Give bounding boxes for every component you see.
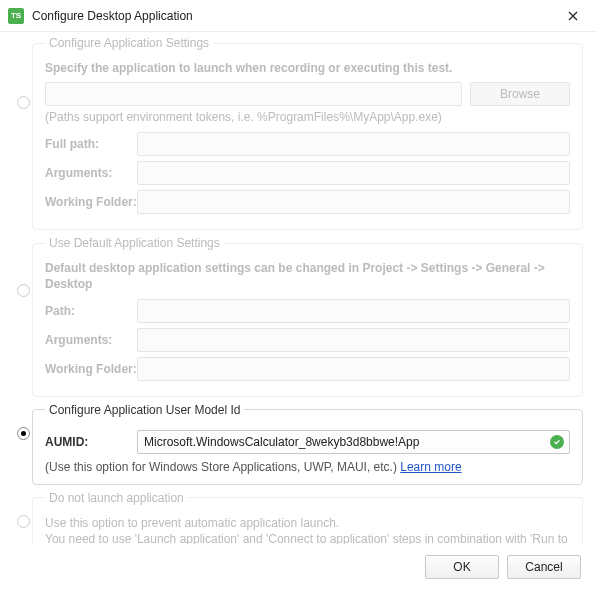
radio-use-default-settings[interactable] [17, 284, 30, 297]
radio-configure-app-settings[interactable] [17, 96, 30, 109]
workingfolder-input[interactable] [137, 190, 570, 214]
cancel-button[interactable]: Cancel [507, 555, 581, 579]
learn-more-link[interactable]: Learn more [400, 460, 461, 474]
ok-button[interactable]: OK [425, 555, 499, 579]
titlebar: TS Configure Desktop Application [0, 0, 597, 32]
option-configure-app-settings: Configure Application Settings Specify t… [14, 36, 583, 230]
default-wf-label: Working Folder: [45, 362, 137, 376]
aumid-label: AUMID: [45, 435, 137, 449]
fullpath-label: Full path: [45, 137, 137, 151]
desc-default: Default desktop application settings can… [45, 260, 570, 292]
browse-button[interactable]: Browse [470, 82, 570, 106]
legend-configure-app: Configure Application Settings [45, 36, 213, 50]
default-args-input[interactable] [137, 328, 570, 352]
default-path-input[interactable] [137, 299, 570, 323]
radio-do-not-launch[interactable] [17, 515, 30, 528]
legend-nolaunch: Do not launch application [45, 491, 188, 505]
option-use-default-settings: Use Default Application Settings Default… [14, 236, 583, 396]
path-tokens-note: (Paths support environment tokens, i.e. … [45, 110, 570, 124]
aumid-hint-text: (Use this option for Windows Store Appli… [45, 460, 400, 474]
fullpath-input[interactable] [137, 132, 570, 156]
group-use-default-settings: Use Default Application Settings Default… [32, 236, 583, 396]
footer: OK Cancel [0, 544, 597, 590]
legend-aumid: Configure Application User Model Id [45, 403, 244, 417]
default-args-label: Arguments: [45, 333, 137, 347]
default-wf-input[interactable] [137, 357, 570, 381]
group-aumid: Configure Application User Model Id AUMI… [32, 403, 583, 485]
option-aumid: Configure Application User Model Id AUMI… [14, 403, 583, 485]
desc-configure-app: Specify the application to launch when r… [45, 60, 570, 76]
radio-aumid[interactable] [17, 427, 30, 440]
arguments-input[interactable] [137, 161, 570, 185]
valid-check-icon [550, 435, 564, 449]
workingfolder-label: Working Folder: [45, 195, 137, 209]
close-button[interactable] [553, 1, 593, 31]
default-path-label: Path: [45, 304, 137, 318]
arguments-label: Arguments: [45, 166, 137, 180]
legend-default: Use Default Application Settings [45, 236, 224, 250]
app-path-input[interactable] [45, 82, 462, 106]
aumid-input[interactable] [137, 430, 570, 454]
app-icon: TS [8, 8, 24, 24]
group-configure-app-settings: Configure Application Settings Specify t… [32, 36, 583, 230]
aumid-hint: (Use this option for Windows Store Appli… [45, 460, 570, 474]
window-title: Configure Desktop Application [32, 9, 553, 23]
